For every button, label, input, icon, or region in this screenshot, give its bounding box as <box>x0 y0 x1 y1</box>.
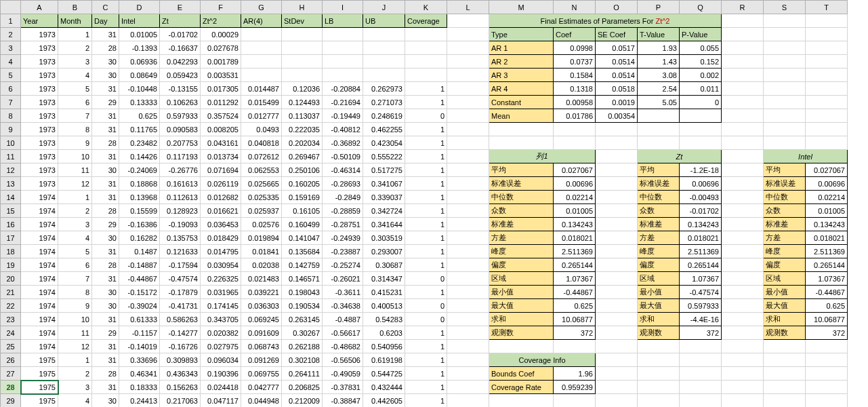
cell-N7[interactable]: 0.00958 <box>554 96 596 109</box>
cell-I18[interactable]: -0.23887 <box>323 245 363 258</box>
cell-D25[interactable]: -0.14019 <box>119 340 160 353</box>
col-header-E[interactable]: E <box>160 1 201 14</box>
cell-M12[interactable]: 平均 <box>489 163 554 177</box>
cell-M7[interactable]: Constant <box>489 96 554 109</box>
cell-A14[interactable]: 1974 <box>21 191 58 204</box>
col-header-Q[interactable]: Q <box>680 1 722 14</box>
cell-H25[interactable]: 0.262188 <box>282 340 323 353</box>
cell-P4[interactable]: 1.43 <box>638 55 680 69</box>
cell-A9[interactable]: 1973 <box>21 123 58 136</box>
cell-P13[interactable]: 标准误差 <box>638 177 680 191</box>
cell-J26[interactable]: 0.619198 <box>363 353 405 367</box>
cell-Q4[interactable]: 0.152 <box>680 55 722 69</box>
cell-L25[interactable] <box>447 340 489 353</box>
cell-F26[interactable]: 0.096034 <box>201 353 241 367</box>
cell-A24[interactable]: 1974 <box>21 326 58 340</box>
cell-L15[interactable] <box>447 204 489 218</box>
cell-F7[interactable]: 0.011292 <box>201 96 241 109</box>
cell-T6[interactable] <box>806 82 848 96</box>
cell-G14[interactable]: 0.025335 <box>241 191 282 204</box>
cell-C15[interactable]: 28 <box>92 204 119 218</box>
row-header-17[interactable]: 17 <box>1 231 21 245</box>
cell-H22[interactable]: 0.190534 <box>282 299 323 313</box>
row-header-16[interactable]: 16 <box>1 218 21 231</box>
cell-C26[interactable]: 31 <box>92 353 119 367</box>
cell-E14[interactable]: 0.112613 <box>160 191 201 204</box>
cell-P20[interactable]: 区域 <box>638 272 680 286</box>
cell-G7[interactable]: 0.015499 <box>241 96 282 109</box>
row-header-26[interactable]: 26 <box>1 353 21 367</box>
col-header-J[interactable]: J <box>363 1 405 14</box>
cell-R13[interactable] <box>722 177 764 191</box>
cell-R3[interactable] <box>722 41 764 55</box>
cell-M16[interactable]: 标准差 <box>489 218 554 231</box>
cell-R5[interactable] <box>722 69 764 82</box>
cell-Q29[interactable] <box>680 394 722 408</box>
cell-T1[interactable] <box>806 14 848 28</box>
cell-G27[interactable]: 0.069755 <box>241 367 282 381</box>
cell-P9[interactable] <box>638 123 680 136</box>
cell-B22[interactable]: 9 <box>58 299 92 313</box>
cell-A23[interactable]: 1974 <box>21 313 58 326</box>
cell-S9[interactable] <box>764 123 806 136</box>
cell-G1[interactable]: AR(4) <box>241 14 282 28</box>
cell-T29[interactable] <box>806 394 848 408</box>
row-header-9[interactable]: 9 <box>1 123 21 136</box>
cell-I2[interactable] <box>323 28 363 41</box>
cell-S6[interactable] <box>764 82 806 96</box>
cell-F15[interactable]: 0.016621 <box>201 204 241 218</box>
cell-N29[interactable] <box>554 394 596 408</box>
cell-C9[interactable]: 31 <box>92 123 119 136</box>
cell-K11[interactable]: 1 <box>405 150 447 163</box>
cell-F22[interactable]: 0.174145 <box>201 299 241 313</box>
row-header-5[interactable]: 5 <box>1 69 21 82</box>
cell-K7[interactable]: 1 <box>405 96 447 109</box>
cell-K2[interactable] <box>405 28 447 41</box>
row-header-23[interactable]: 23 <box>1 313 21 326</box>
cell-C19[interactable]: 28 <box>92 258 119 272</box>
cell-G11[interactable]: 0.072612 <box>241 150 282 163</box>
cell-R19[interactable] <box>722 258 764 272</box>
cell-K29[interactable]: 1 <box>405 394 447 408</box>
col-header-P[interactable]: P <box>638 1 680 14</box>
cell-O3[interactable]: 0.0517 <box>596 41 638 55</box>
cell-M15[interactable]: 众数 <box>489 204 554 218</box>
cell-D6[interactable]: -0.10448 <box>119 82 160 96</box>
cell-M29[interactable] <box>489 394 554 408</box>
cell-S25[interactable] <box>764 340 806 353</box>
cell-A29[interactable]: 1975 <box>21 394 58 408</box>
cell-Q5[interactable]: 0.002 <box>680 69 722 82</box>
cell-A2[interactable]: 1973 <box>21 28 58 41</box>
cell-H15[interactable]: 0.16105 <box>282 204 323 218</box>
cell-E19[interactable]: -0.17594 <box>160 258 201 272</box>
cell-S13[interactable]: 标准误差 <box>764 177 806 191</box>
cell-N27[interactable]: 1.96 <box>554 367 596 381</box>
cell-N6[interactable]: 0.1318 <box>554 82 596 96</box>
cell-B20[interactable]: 7 <box>58 272 92 286</box>
cell-E28[interactable]: 0.156263 <box>160 381 201 394</box>
cell-I24[interactable]: -0.56617 <box>323 326 363 340</box>
cell-E15[interactable]: 0.128923 <box>160 204 201 218</box>
cell-F13[interactable]: 0.026119 <box>201 177 241 191</box>
cell-S15[interactable]: 众数 <box>764 204 806 218</box>
cell-M28[interactable]: Coverage Rate <box>489 381 554 394</box>
cell-L19[interactable] <box>447 258 489 272</box>
cell-Q28[interactable] <box>680 381 722 394</box>
cell-G15[interactable]: 0.025937 <box>241 204 282 218</box>
cell-N14[interactable]: 0.02214 <box>554 191 596 204</box>
cell-H7[interactable]: 0.124493 <box>282 96 323 109</box>
cell-P6[interactable]: 2.54 <box>638 82 680 96</box>
cell-O17[interactable] <box>596 231 638 245</box>
cell-J23[interactable]: 0.54283 <box>363 313 405 326</box>
cell-H12[interactable]: 0.250106 <box>282 163 323 177</box>
cell-A18[interactable]: 1974 <box>21 245 58 258</box>
cell-G23[interactable]: 0.069245 <box>241 313 282 326</box>
cell-B26[interactable]: 1 <box>58 353 92 367</box>
cell-G5[interactable] <box>241 69 282 82</box>
cell-F10[interactable]: 0.043161 <box>201 136 241 150</box>
cell-Q20[interactable]: 1.07367 <box>680 272 722 286</box>
cell-C27[interactable]: 28 <box>92 367 119 381</box>
cell-Q7[interactable]: 0 <box>680 96 722 109</box>
cell-O12[interactable] <box>596 163 638 177</box>
cell-B3[interactable]: 2 <box>58 41 92 55</box>
